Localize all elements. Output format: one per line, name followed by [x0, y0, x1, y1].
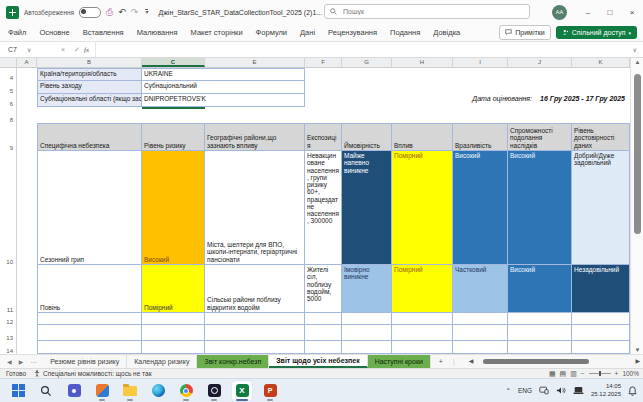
column-header-c[interactable]: C — [142, 58, 205, 67]
header-risk-level[interactable]: Рівень ризику — [142, 123, 205, 151]
empty-cell[interactable] — [305, 325, 342, 341]
sheet-tab-all-hazards-report[interactable]: Звіт щодо усіх небезпек — [269, 355, 367, 368]
row-header-14[interactable]: 14 — [0, 341, 17, 354]
zoom-level[interactable]: 100% — [622, 370, 639, 377]
empty-cell[interactable] — [205, 313, 305, 325]
edge-browser-button[interactable] — [148, 381, 168, 401]
avatar[interactable]: АА — [552, 5, 567, 20]
tab-page-layout[interactable]: Макет сторінки — [191, 28, 243, 37]
close-button[interactable]: × — [621, 0, 643, 24]
insert-function-icon[interactable]: fx — [84, 46, 89, 54]
cell-oblast-label[interactable]: Субнаціональні області (якщо заст — [37, 94, 142, 107]
media-app-button[interactable] — [204, 381, 224, 401]
row-header-12[interactable]: 12 — [0, 313, 17, 325]
header-impact[interactable]: Вплив — [392, 123, 453, 151]
search-box[interactable] — [324, 4, 530, 19]
zoom-in-icon[interactable]: + — [615, 370, 619, 377]
cell-coping-flood[interactable]: Високий — [508, 265, 572, 313]
zoom-slider[interactable] — [589, 373, 611, 374]
powerpoint-app-button[interactable]: P — [260, 381, 280, 401]
cell-hazard-flood[interactable]: Повінь — [37, 265, 142, 313]
cell-exposure-flu[interactable]: Невакциноване населення, групи ризику 60… — [305, 151, 342, 265]
page-layout-view-icon[interactable]: ▤ — [560, 370, 567, 378]
cell-areas-flu[interactable]: Міста, шелтери для ВПО, школи-інтернати,… — [205, 151, 305, 265]
tab-data[interactable]: Дані — [300, 28, 315, 37]
header-exposure[interactable]: Експозиція — [305, 123, 342, 151]
empty-cell[interactable] — [453, 325, 508, 341]
tab-insert[interactable]: Вставлення — [83, 28, 124, 37]
cell-risk-flood[interactable]: Помірний — [142, 265, 205, 313]
empty-cell[interactable] — [392, 341, 453, 354]
laptop-icon[interactable] — [573, 386, 584, 395]
cancel-entry-icon[interactable]: × — [56, 46, 70, 53]
empty-cell[interactable] — [342, 341, 392, 354]
save-icon[interactable]: ⎙ — [106, 8, 113, 17]
undo-icon[interactable]: ↶ — [118, 7, 126, 17]
header-areas[interactable]: Географічні райони,що зазнають впливу — [205, 123, 305, 151]
all-sheets-icon[interactable]: ⋯ — [30, 358, 36, 365]
empty-cell[interactable] — [37, 341, 142, 354]
empty-cell[interactable] — [142, 341, 205, 354]
row-header-5[interactable]: 5 — [0, 81, 17, 94]
tab-file[interactable]: Файл — [8, 28, 26, 37]
cell-vulnerability-flu[interactable]: Високий — [453, 151, 508, 265]
tab-formulas[interactable]: Формули — [256, 28, 287, 37]
cell-hazard-flu[interactable]: Сезонний грип — [37, 151, 142, 265]
cell-country-value[interactable]: UKRAINE — [142, 68, 305, 81]
empty-cell[interactable] — [453, 341, 508, 354]
horizontal-scrollbar-thumb[interactable] — [483, 359, 589, 364]
empty-cell[interactable] — [37, 325, 142, 341]
row-header-9[interactable]: 9 — [0, 123, 17, 151]
page-break-view-icon[interactable]: ▥ — [570, 370, 577, 378]
empty-cell[interactable] — [342, 325, 392, 341]
taskbar-search-button[interactable] — [36, 381, 56, 401]
cell-confidence-flu[interactable]: Добрий/Дуже задовільний — [572, 151, 630, 265]
scroll-down-icon[interactable]: ▼ — [631, 347, 643, 353]
select-all-corner[interactable] — [0, 58, 17, 67]
tab-draw[interactable]: Малювання — [137, 28, 178, 37]
empty-cell[interactable] — [305, 313, 342, 325]
start-button[interactable] — [8, 381, 28, 401]
formula-input[interactable] — [95, 42, 627, 57]
normal-view-icon[interactable]: ▦ — [549, 370, 556, 378]
vertical-scrollbar[interactable]: ▲ ▼ — [630, 58, 643, 354]
prev-sheet-icon[interactable]: ◀ — [7, 358, 12, 365]
row-header-4[interactable]: 4 — [0, 68, 17, 81]
header-likelihood[interactable]: Ймовірність — [342, 123, 392, 151]
cell-confidence-flood[interactable]: Незадовільний — [572, 265, 630, 313]
cell-impact-flu[interactable]: Помірний — [392, 151, 453, 265]
cell-likelihood-flu[interactable]: Майже напевно виникне — [342, 151, 392, 265]
language-indicator[interactable]: ENG — [518, 387, 532, 394]
empty-cell[interactable] — [508, 341, 572, 354]
scroll-up-icon[interactable]: ▲ — [631, 59, 643, 65]
scroll-right-icon[interactable]: ▶ — [635, 357, 640, 364]
customize-qat-icon[interactable]: ▾ — [145, 9, 148, 15]
cell-vulnerability-flood[interactable]: Частковий — [453, 265, 508, 313]
confirm-entry-icon[interactable]: ✓ — [70, 46, 84, 54]
search-input[interactable] — [341, 7, 524, 16]
cell-oblast-value[interactable]: DNIPROPETROVS'K — [142, 94, 305, 107]
excel-app-button[interactable]: X — [232, 381, 252, 401]
cell-risk-flu[interactable]: Високий — [142, 151, 205, 265]
tab-view[interactable]: Подання — [390, 28, 420, 37]
column-header-b[interactable]: B — [37, 58, 142, 67]
formulabar-expand-icon[interactable]: ∨ — [627, 46, 643, 53]
column-header-k[interactable]: K — [572, 58, 630, 67]
row-header-13[interactable]: 13 — [0, 325, 17, 341]
cell-level-label[interactable]: Рівень заходу — [37, 81, 142, 94]
sheet-tab-risk-summary[interactable]: Резюме рівнів ризику — [43, 355, 127, 368]
cell-impact-flood[interactable]: Помірний — [392, 265, 453, 313]
teams-app-button[interactable]: ☻ — [64, 381, 84, 401]
empty-cell[interactable] — [453, 313, 508, 325]
comments-button[interactable]: Примітки — [499, 25, 550, 40]
vertical-scrollbar-thumb[interactable] — [634, 74, 641, 234]
empty-cell[interactable] — [205, 341, 305, 354]
column-header-g[interactable]: G — [342, 58, 392, 67]
empty-cell[interactable] — [392, 325, 453, 341]
column-header-f[interactable]: F — [305, 58, 342, 67]
header-data-confidence[interactable]: Рівень достовірності даних — [572, 123, 630, 151]
header-coping-capacity[interactable]: Спроможності подолання наслідків — [508, 123, 572, 151]
device-icon[interactable] — [539, 386, 549, 395]
maximize-button[interactable]: □ — [599, 0, 621, 24]
cell-likelihood-flood[interactable]: Імовірно виникне — [342, 265, 392, 313]
